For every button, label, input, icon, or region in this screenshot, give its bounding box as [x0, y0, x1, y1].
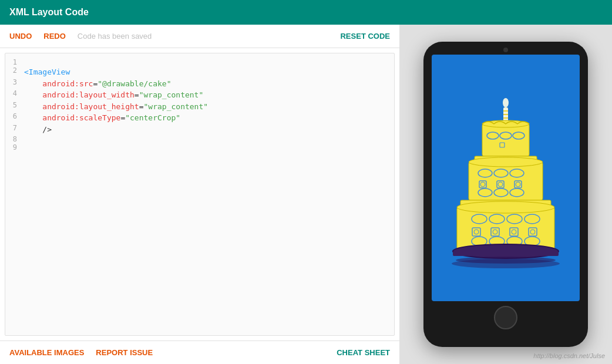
table-row: 8: [5, 135, 394, 143]
watermark: http://blog.csdn.net/Julse: [533, 352, 605, 359]
report-issue-button[interactable]: REPORT ISSUE: [96, 348, 153, 357]
header-title: XML Layout Code: [9, 7, 89, 17]
svg-point-48: [452, 259, 560, 268]
table-row: 6 android:scaleType="centerCrop": [5, 112, 394, 124]
cheat-sheet-button[interactable]: CHEAT SHEET: [337, 348, 390, 357]
svg-rect-5: [482, 124, 529, 156]
svg-rect-27: [457, 207, 554, 250]
table-row: 7 />: [5, 124, 394, 136]
available-images-button[interactable]: AVAILABLE IMAGES: [9, 348, 84, 357]
svg-rect-46: [453, 251, 559, 256]
table-row: 9: [5, 143, 394, 151]
code-editor[interactable]: 1 2 <ImageView 3 android:src="@drawable/…: [5, 53, 395, 336]
toolbar: UNDO REDO Code has been saved RESET CODE: [0, 25, 399, 48]
phone-screen: [432, 55, 580, 301]
svg-point-13: [469, 157, 543, 167]
phone-frame: [423, 42, 588, 347]
editor-panel: UNDO REDO Code has been saved RESET CODE…: [0, 25, 399, 364]
redo-button[interactable]: REDO: [43, 29, 66, 43]
code-table: 1 2 <ImageView 3 android:src="@drawable/…: [5, 58, 394, 151]
table-row: 4 android:layout_width="wrap_content": [5, 89, 394, 101]
phone-camera: [503, 48, 508, 52]
main-content: UNDO REDO Code has been saved RESET CODE…: [0, 25, 612, 364]
table-row: 2 <ImageView: [5, 66, 394, 78]
header: XML Layout Code: [0, 0, 612, 25]
save-status: Code has been saved: [78, 32, 152, 41]
svg-point-0: [503, 98, 509, 107]
phone-home-button: [494, 306, 517, 329]
table-row: 3 android:src="@drawable/cake": [5, 78, 394, 90]
preview-panel: http://blog.csdn.net/Julse: [399, 25, 612, 364]
svg-point-28: [457, 201, 554, 213]
undo-button[interactable]: UNDO: [9, 29, 32, 43]
table-row: 5 android:layout_height="wrap_content": [5, 101, 394, 113]
cake-image: [444, 72, 567, 284]
footer: AVAILABLE IMAGES REPORT ISSUE CHEAT SHEE…: [0, 341, 399, 364]
table-row: 1: [5, 58, 394, 66]
reset-code-button[interactable]: RESET CODE: [340, 29, 390, 43]
